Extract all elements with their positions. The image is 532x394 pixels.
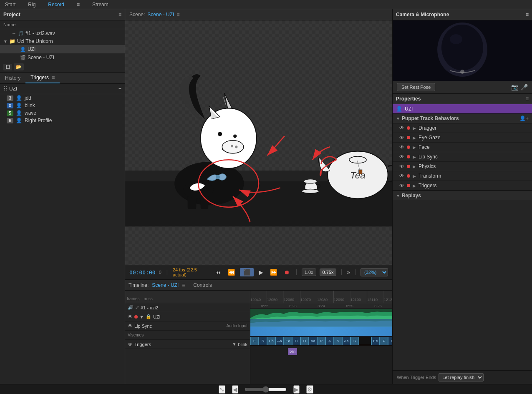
tree-item-uzi-char[interactable]: 👤 UZI: [0, 45, 125, 53]
blink-trigger-block[interactable]: blin: [288, 348, 297, 355]
speed-075x-btn[interactable]: 0.75x: [320, 269, 337, 276]
viseme-R[interactable]: R: [317, 337, 325, 345]
add-behavior-icon[interactable]: 👤+: [519, 115, 529, 121]
viseme-D2[interactable]: D: [300, 337, 309, 345]
triggers-expand[interactable]: ▼: [232, 342, 236, 346]
nav-menu-icon[interactable]: ≡: [77, 2, 80, 8]
track-eye-uzi[interactable]: 👁: [128, 314, 133, 320]
ruler-mark-12060: 12060: [284, 291, 300, 303]
project-title: Project: [3, 12, 20, 18]
behavior-eye-lipsync[interactable]: 👁: [399, 154, 404, 160]
trigger-item-blink[interactable]: 0 👤 blink: [0, 102, 125, 109]
behavior-expand-triggers[interactable]: ▶: [413, 183, 416, 188]
viseme-Ee[interactable]: Ee: [284, 337, 292, 345]
behavior-eye-physics[interactable]: 👁: [399, 163, 404, 169]
behavior-triggers[interactable]: 👁 ▶ Triggers: [393, 181, 532, 191]
track-eye-triggers[interactable]: 👁: [128, 341, 133, 347]
timeline-scene-name[interactable]: Scene - UZI: [152, 282, 179, 288]
behavior-expand-face[interactable]: ▶: [413, 145, 416, 150]
viseme-D1[interactable]: D: [292, 337, 300, 345]
puppet-track-section[interactable]: ▼ Puppet Track Behaviors 👤+: [393, 113, 532, 123]
zoom-select[interactable]: (32%) (50%) (100%): [361, 268, 388, 276]
timeline-data[interactable]: 12040 12050 12060 12070 12080 12090 1210…: [250, 291, 392, 384]
track-audio[interactable]: 🔊 ⤢ #1 - uzi2: [125, 303, 250, 312]
viseme-R2[interactable]: R: [388, 337, 392, 345]
viseme-S3[interactable]: S: [350, 337, 359, 345]
behavior-eye-triggers[interactable]: 👁: [399, 183, 404, 188]
stop-btn[interactable]: ⬛: [240, 268, 254, 276]
trigger-end-select[interactable]: Let replay finish: [439, 373, 484, 381]
tab-history[interactable]: History: [0, 73, 25, 83]
behavior-eye-transform[interactable]: 👁: [399, 173, 404, 179]
replays-section[interactable]: ▼ Replays: [393, 191, 532, 200]
record-btn[interactable]: ⏺: [282, 268, 291, 276]
pan-right-icon[interactable]: ▶: [293, 385, 300, 394]
expand-icon[interactable]: ⤡: [219, 385, 225, 394]
timeline-menu-icon[interactable]: ≡: [182, 282, 185, 288]
trigger-item-wave[interactable]: 5 👤 wave: [0, 109, 125, 117]
track-lipsync[interactable]: 👁 Lip Sync Audio Input: [125, 321, 250, 331]
viseme-A[interactable]: A: [325, 337, 334, 345]
behavior-dragger[interactable]: 👁 ▶ Dragger: [393, 123, 532, 133]
tree-item-audio[interactable]: ↔ 🎵 #1 - uzi2.wav: [0, 29, 125, 38]
viseme-Uh[interactable]: Uh: [267, 337, 275, 345]
viseme-S[interactable]: S: [259, 337, 267, 345]
behavior-expand-dragger[interactable]: ▶: [413, 126, 416, 130]
behavior-eyegaze[interactable]: 👁 ▶ Eye Gaze: [393, 133, 532, 143]
track-uzi[interactable]: 👁 ▼ 🔒 UZI: [125, 312, 250, 321]
viseme-S2[interactable]: S: [334, 337, 342, 345]
trigger-item-jdd[interactable]: 3 👤 jdd: [0, 94, 125, 102]
nav-record[interactable]: Record: [48, 2, 64, 8]
track-expand-icon[interactable]: ▼: [139, 314, 144, 319]
track-triggers[interactable]: 👁 Triggers ▼ blink: [125, 340, 250, 349]
skip-to-start-btn[interactable]: ⏮: [214, 268, 223, 276]
project-menu-icon[interactable]: ≡: [119, 12, 121, 18]
behavior-physics[interactable]: 👁 ▶ Physics: [393, 162, 532, 171]
camera-icon[interactable]: 📷: [511, 84, 518, 90]
triggers-add-btn[interactable]: +: [119, 86, 121, 92]
behavior-eye-eyegaze[interactable]: 👁: [399, 135, 404, 141]
play-btn[interactable]: ▶: [257, 268, 265, 276]
controls-tab[interactable]: Controls: [193, 282, 212, 288]
properties-menu-icon[interactable]: ≡: [526, 96, 529, 102]
rest-pose-btn[interactable]: Set Rest Pose: [397, 83, 435, 91]
step-back-btn[interactable]: ⏪: [226, 268, 237, 276]
nav-stream[interactable]: Stream: [92, 2, 108, 8]
nav-start[interactable]: Start: [5, 2, 15, 8]
behavior-expand-eyegaze[interactable]: ▶: [413, 136, 416, 140]
timeline-zoom-slider[interactable]: [245, 386, 287, 393]
camera-menu-icon[interactable]: ≡: [526, 12, 529, 18]
more-controls-btn[interactable]: »: [347, 269, 350, 276]
tree-folder[interactable]: ▼ 📁 Uzi The Unicorn: [0, 38, 125, 45]
step-forward-btn[interactable]: ⏩: [268, 268, 279, 276]
viseme-F[interactable]: F: [380, 337, 388, 345]
viseme-Ee2[interactable]: Ee: [371, 337, 380, 345]
trigger-item-right-profile[interactable]: 6 👤 Right Profile: [0, 117, 125, 124]
viseme-Aa2[interactable]: Aa: [309, 337, 317, 345]
tree-item-scene[interactable]: 🎬 Scene - UZI: [0, 53, 125, 62]
film-icon-btn[interactable]: 🎞: [3, 64, 12, 70]
nav-rig[interactable]: Rig: [28, 2, 35, 8]
settings-icon[interactable]: ⚙: [306, 385, 313, 394]
behavior-lipsync[interactable]: 👁 ▶ Lip Sync: [393, 152, 532, 162]
behavior-expand-lipsync[interactable]: ▶: [413, 155, 416, 159]
pan-left-icon[interactable]: ◀: [232, 385, 238, 394]
behavior-expand-physics[interactable]: ▶: [413, 164, 416, 169]
microphone-icon[interactable]: 🎤: [521, 84, 528, 90]
triggers-menu-icon[interactable]: ≡: [52, 75, 55, 80]
speed-1x-btn[interactable]: 1.0x: [302, 269, 316, 276]
behavior-expand-transform[interactable]: ▶: [413, 174, 416, 178]
behavior-eye-dragger[interactable]: 👁: [399, 125, 404, 131]
folder-icon-btn[interactable]: 📂: [14, 63, 24, 70]
track-lock-icon[interactable]: 🔒: [146, 314, 151, 319]
trigger-label-3: Right Profile: [25, 118, 52, 123]
behavior-face[interactable]: 👁 ▶ Face: [393, 143, 532, 152]
track-eye-lipsync[interactable]: 👁: [128, 323, 133, 329]
behavior-eye-face[interactable]: 👁: [399, 144, 404, 150]
viseme-Aa[interactable]: Aa: [275, 337, 284, 345]
scene-menu-icon[interactable]: ≡: [176, 12, 179, 18]
scene-name[interactable]: Scene - UZI: [147, 12, 174, 18]
viseme-Aa3[interactable]: Aa: [342, 337, 350, 345]
viseme-E[interactable]: E: [250, 337, 259, 345]
behavior-transform[interactable]: 👁 ▶ Transform: [393, 171, 532, 181]
